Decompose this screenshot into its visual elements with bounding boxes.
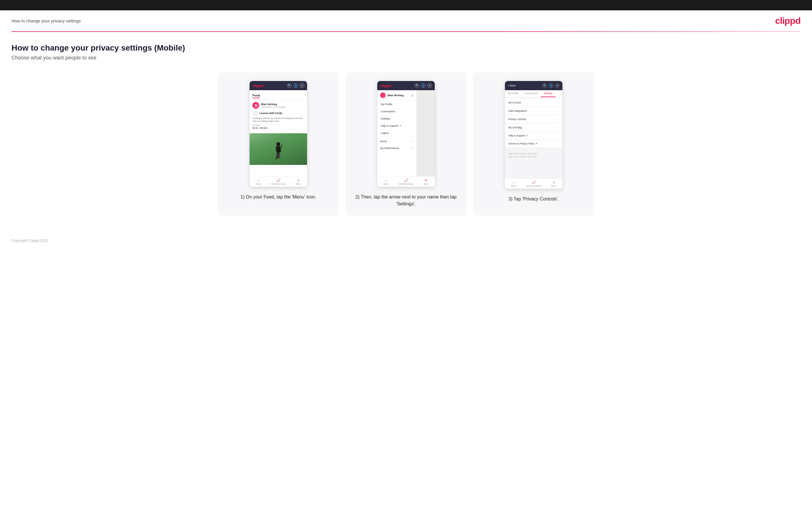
svg-point-0 [276,142,281,146]
menu-nav-home: Home ∨ [377,138,416,145]
settings-item-help-label: Help & Support ↗ [508,134,528,137]
settings-item-golfbag: My Golf Bag › [505,123,562,131]
feed-avatar-row: B Blair McHarg Yesterday · Sunningdale [252,102,304,109]
home-label-3: Home [511,185,516,187]
user-icon-2: 👤 [421,83,425,88]
version-line-1: Clippd Client Version: 2022.8.3-3 [508,152,559,155]
home-icon-1: ⌂ [257,178,259,182]
tab-connections: Connections [521,90,541,97]
settings-screen: My Account › Data Integrations › Privacy… [505,97,562,178]
menu-bg: Blair McHarg ∧ My Profile Connections Se… [377,90,435,176]
settings-item-golfbag-label: My Golf Bag [508,126,522,129]
home-icon-2: ⌂ [385,178,387,182]
search-icon-2: 🔍 [415,83,419,88]
step-2-caption: 2) Then, tap the arrow next to your name… [353,193,459,208]
home-label-2: Home [383,183,389,185]
copyright-text: Copyright Clippd 2022 [11,238,49,243]
step-2-phone: clippd 🔍 👤 ⚙ [377,81,435,187]
step-1-caption: 1) On your Feed, tap the 'Menu' icon. [240,193,316,201]
tab-my-profile: My Profile [505,90,521,97]
feed-lesson-icon [252,111,258,116]
settings-item-account: My Account › [505,99,562,107]
phone-bottom-bar-3: ⌂ Home 📈 My Performance ≡ Menu [505,178,562,189]
settings-list: My Account › Data Integrations › Privacy… [505,97,562,149]
close-label-2: Menu [423,183,429,185]
settings-tabs: My Profile Connections Settings [505,90,562,97]
settings-item-golfbag-arrow: › [558,126,559,129]
back-button: < Back [508,84,516,87]
bottom-bar-close-2: ✕ Menu [423,178,429,185]
menu-nav-perf-chevron: ∨ [411,147,413,150]
phone-logo-2: clippd [380,83,391,88]
menu-nav-home-chevron: ∨ [411,140,413,143]
steps-row: clippd 🔍 👤 ⚙ Feed B [11,72,801,215]
step-3-card: < Back 🔍 👤 ⚙ My Profile Connections Sett… [473,72,594,215]
main-content: How to change your privacy settings (Mob… [0,32,812,233]
feed-avatar: B [252,102,259,109]
performance-label-3: My Performance [526,185,541,187]
phone-bottom-bar-1: ⌂ Home 📈 My Performance ≡ Menu [250,176,307,187]
settings-item-data-arrow: › [558,109,559,112]
search-icon-1: 🔍 [287,83,292,88]
search-icon-3: 🔍 [542,83,547,88]
bottom-bar-home-3: ⌂ Home [511,180,516,187]
settings-icon-1: ⚙ [300,83,304,88]
menu-panel: Blair McHarg ∧ My Profile Connections Se… [377,90,416,176]
phone-logo-1: clippd [252,83,263,88]
close-icon-2: ✕ [425,178,427,182]
settings-item-service: Service & Privacy Policy ↗ [505,140,562,148]
footer: Copyright Clippd 2022 [0,233,812,251]
feed-duration-val: 01 hr : 30 min [252,127,304,129]
menu-item-profile: My Profile [377,101,416,108]
menu-nav-section: Home ∨ My Performance ∨ [377,137,416,153]
golfer-silhouette [270,139,287,165]
settings-icon-3: ⚙ [555,83,560,88]
feed-tab-label: Feed [252,94,260,98]
menu-item-connections: Connections [377,108,416,115]
bottom-bar-menu-1: ≡ Menu [296,178,301,185]
menu-label-3: Menu [551,185,556,187]
feed-lesson-row: Lesson with Fordy [252,111,304,116]
phone-nav-1: clippd 🔍 👤 ⚙ [250,81,307,90]
menu-user-name: Blair McHarg [388,94,404,97]
settings-item-data: Data Integrations › [505,107,562,115]
step-3-phone: < Back 🔍 👤 ⚙ My Profile Connections Sett… [505,81,562,189]
settings-item-account-arrow: › [558,101,559,104]
feed-lesson-desc: Looking to feel like my hands are exitin… [252,117,304,123]
feed-post: B Blair McHarg Yesterday · Sunningdale L… [250,100,307,133]
settings-item-help: Help & Support ↗ [505,132,562,139]
performance-icon-1: 📈 [276,178,281,182]
performance-icon-2: 📈 [404,178,408,182]
header-title: How to change your privacy settings [11,18,81,23]
version-info: Clippd Client Version: 2022.8.3-3 SQL Se… [505,149,562,161]
feed-user-meta: Yesterday · Sunningdale [261,106,286,108]
step-1-phone: clippd 🔍 👤 ⚙ Feed B [250,81,307,187]
phone-bottom-bar-2: ⌂ Home 📈 My Performance ✕ Menu [377,176,435,187]
step-3-caption: 3) Tap 'Privacy Controls'. [508,195,559,203]
feed-tab: Feed [250,90,307,100]
menu-nav-performance-label: My Performance [380,147,399,150]
phone-content-2: Blair McHarg ∧ My Profile Connections Se… [377,90,435,176]
performance-label-2: My Performance [399,183,413,185]
menu-icon-1: ≡ [297,178,299,182]
phone-icons-1: 🔍 👤 ⚙ [287,83,304,88]
menu-item-logout: Logout [377,129,416,137]
user-icon-1: 👤 [293,83,298,88]
menu-item-help: Help & Support ↗ [377,122,416,129]
home-icon-3: ⌂ [513,180,515,184]
feed-duration-label: Duration [252,124,304,126]
menu-label-1: Menu [296,183,301,185]
bottom-bar-performance-2: 📈 My Performance [399,178,413,185]
home-label-1: Home [256,183,261,185]
bottom-bar-home-2: ⌂ Home [383,178,389,185]
menu-nav-performance: My Performance ∨ [377,145,416,152]
settings-item-privacy-arrow: › [558,117,559,121]
menu-icon-3: ≡ [553,180,555,184]
bottom-bar-home-1: ⌂ Home [256,178,261,185]
logo: clippd [775,15,801,26]
step-2-card: clippd 🔍 👤 ⚙ [346,72,466,215]
header: How to change your privacy settings clip… [0,10,812,31]
step-1-card: clippd 🔍 👤 ⚙ Feed B [218,72,339,215]
performance-label-1: My Performance [271,183,286,185]
settings-item-service-label: Service & Privacy Policy ↗ [508,142,538,145]
